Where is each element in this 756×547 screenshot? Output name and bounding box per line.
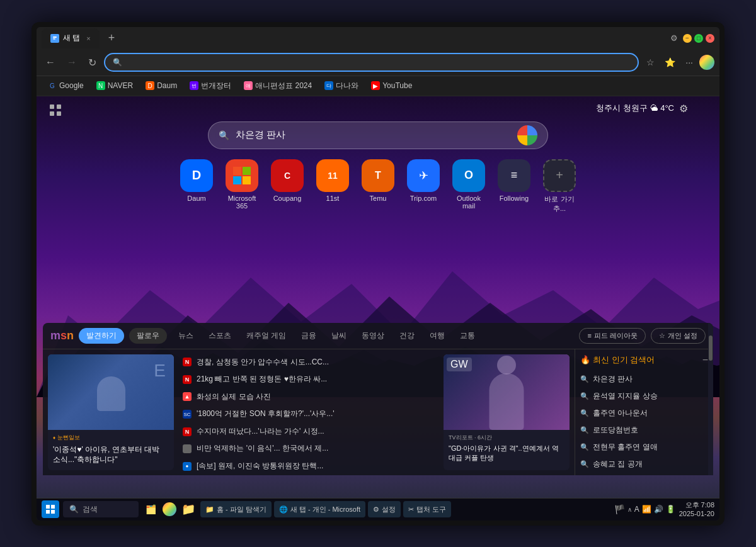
- msn-tab-discover[interactable]: 발견하기: [79, 328, 124, 344]
- msn-nav-weather[interactable]: 날씨: [325, 328, 353, 344]
- trending-item-5[interactable]: 🔍 전현무 홀주연 열애: [580, 439, 708, 456]
- bookmark-youtube[interactable]: ▶ YouTube: [366, 79, 417, 92]
- taskbar-icon-2[interactable]: [161, 501, 178, 517]
- news-item-2[interactable]: N 21kg 빼고 반쪽 된 정형돈 ♥한유라 싸...: [179, 371, 438, 388]
- right-article-image: GW: [444, 354, 570, 430]
- quicklink-add[interactable]: + 바로 가기 추...: [543, 159, 576, 213]
- msn-nav-finance[interactable]: 금융: [295, 328, 323, 344]
- bookmark-daum[interactable]: D Daum: [140, 79, 182, 92]
- google-logo[interactable]: [517, 125, 537, 145]
- reload-button[interactable]: ↻: [84, 54, 100, 71]
- trending-search-icon-1: 🔍: [580, 375, 589, 383]
- settings-icon: ⚙: [373, 505, 379, 514]
- bookmark-danawa[interactable]: 다 다나와: [319, 79, 364, 93]
- taskbar-chevron-icon[interactable]: ∧: [627, 506, 632, 513]
- favorites-button[interactable]: ☆: [643, 55, 658, 70]
- quicklink-daum[interactable]: D Daum: [180, 159, 213, 213]
- new-tab-button[interactable]: +: [103, 29, 120, 47]
- personal-settings-button[interactable]: ☆ 개인 설정: [651, 328, 706, 344]
- minimize-button[interactable]: −: [683, 34, 692, 43]
- quicklink-coupang-icon: C: [271, 159, 304, 192]
- news-item-7[interactable]: ● [속보] 원제, 이진숙 방통위원장 탄핵...: [179, 458, 438, 475]
- volume-icon[interactable]: 🔊: [654, 505, 663, 514]
- bookmark-anime[interactable]: 애 애니편성표 2024: [239, 79, 317, 93]
- quicklink-outlook[interactable]: O Outlook mail: [452, 159, 485, 213]
- taskbar-app-settings[interactable]: ⚙ 설정: [368, 501, 401, 517]
- explorer-icon: 📁: [205, 505, 214, 514]
- trending-item-6[interactable]: 🔍 송혜교 집 공개: [580, 456, 708, 473]
- trending-item-3[interactable]: 🔍 홀주연 아나운서: [580, 405, 708, 422]
- msn-tab-follow[interactable]: 팔로우: [129, 328, 167, 344]
- news-item-1[interactable]: N 경찰, 삼청동 안가 압수수색 시도...CC...: [179, 354, 438, 371]
- news-item-5[interactable]: N 수지마저 떠났다...'나라는 가수' 시정...: [179, 424, 438, 440]
- trending-title: 🔥 최신 인기 검색어: [580, 354, 655, 366]
- quicklink-tripcom[interactable]: ✈ Trip.com: [407, 159, 440, 213]
- bookmark-naver[interactable]: N NAVER: [91, 79, 138, 92]
- tab-close-button[interactable]: ×: [86, 35, 90, 42]
- close-button[interactable]: ×: [706, 34, 714, 43]
- quicklink-coupang-label: Coupang: [273, 195, 302, 202]
- msn-nav-news[interactable]: 뉴스: [172, 328, 200, 344]
- news-item-6[interactable]: 비만 억제하는 '이 음식'... 한국에서 제...: [179, 441, 438, 457]
- trending-more-button[interactable]: −: [702, 354, 708, 366]
- taskbar-app-edge[interactable]: 🌐 새 탭 - 개인 - Microsoft: [274, 501, 365, 517]
- taskbar-system-icons: 🏴 ∧ A 📶 🔊 🔋: [614, 504, 675, 514]
- msn-nav-sports[interactable]: 스포츠: [202, 328, 238, 344]
- new-tab-page: 청주시 청원구 🌥 4°C ⚙ 🔍 차은경 판사 D Daum: [37, 96, 719, 498]
- left-article[interactable]: E ♦ 눈뻔일보 '이종석♥' 아이유, 연초부터 대박 소식: [48, 354, 174, 470]
- forward-button[interactable]: →: [63, 54, 81, 70]
- quicklink-11st[interactable]: 11 11st: [316, 159, 349, 213]
- news-item-4[interactable]: SC '1800억 거절한 SON 후회할까?'...'사우...': [179, 406, 438, 422]
- news-item-3[interactable]: ▲ 화성의 실제 모습 사진: [179, 389, 438, 405]
- search-box[interactable]: 🔍 차은경 판사: [208, 121, 548, 149]
- start-button[interactable]: [42, 500, 59, 518]
- trending-item-1[interactable]: 🔍 차은경 판사: [580, 371, 708, 388]
- taskbar-lang-icon[interactable]: A: [634, 505, 639, 514]
- more-button[interactable]: ···: [682, 55, 697, 70]
- quicklink-coupang[interactable]: C Coupang: [271, 159, 304, 213]
- source-icon-7: ●: [183, 462, 192, 471]
- msn-nav-travel[interactable]: 여행: [423, 328, 451, 344]
- taskbar-icon-1[interactable]: 🗂️: [142, 501, 159, 517]
- taskbar-icon-3[interactable]: 📁: [180, 501, 197, 517]
- profile-icon[interactable]: [699, 55, 714, 70]
- collections-button[interactable]: ⭐: [661, 55, 679, 70]
- bookmark-naver-label: NAVER: [108, 81, 133, 90]
- taskbar-search-box[interactable]: 🔍 검색: [63, 501, 139, 517]
- msn-nav-traffic[interactable]: 교통: [454, 328, 481, 344]
- quicklink-tripcom-label: Trip.com: [410, 195, 437, 202]
- bookmark-fashion[interactable]: 번 번개장터: [185, 79, 236, 93]
- svg-rect-16: [51, 505, 55, 509]
- msn-nav-video[interactable]: 동영상: [355, 328, 391, 344]
- feed-layout-button[interactable]: ≡ 피드 레이아웃: [579, 328, 645, 344]
- taskbar-app-snipping[interactable]: ✂ 탭처 도구: [403, 501, 451, 517]
- middle-news-list: N 경찰, 삼청동 안가 압수수색 시도...CC... N 21kg 빼고 반…: [179, 354, 438, 470]
- page-settings-button[interactable]: ⚙: [679, 103, 688, 115]
- danawa-icon: 다: [324, 81, 333, 90]
- settings-button[interactable]: ⚙: [668, 31, 680, 45]
- msn-nav-health[interactable]: 건강: [393, 328, 421, 344]
- trending-item-2[interactable]: 🔍 윤석열 지지율 상승: [580, 388, 708, 405]
- apps-grid-button[interactable]: [49, 104, 62, 120]
- taskbar-app-explorer[interactable]: 📁 홈 - 파일 탐색기: [200, 501, 272, 517]
- quicklink-ms365[interactable]: Microsoft 365: [226, 159, 258, 213]
- trending-item-text-3: 홀주연 아나운서: [593, 408, 648, 419]
- address-search-icon: 🔍: [113, 58, 122, 67]
- scrollbar-thumb[interactable]: [709, 336, 713, 361]
- right-article[interactable]: GW TV리포트 · 6시간 "GD·아이유가 사귄 격"..연예계서 역대급 …: [444, 354, 570, 470]
- back-button[interactable]: ←: [42, 54, 59, 70]
- svg-rect-13: [233, 176, 241, 184]
- taskbar-icons: 🗂️ 📁: [142, 501, 197, 517]
- msn-nav-games[interactable]: 캐주얼 게임: [240, 328, 292, 344]
- quicklink-temu[interactable]: T Temu: [362, 159, 394, 213]
- bookmark-google[interactable]: G Google: [43, 79, 89, 92]
- address-bar[interactable]: 🔍: [104, 53, 639, 72]
- scrollbar[interactable]: [708, 323, 713, 475]
- google-icon: G: [48, 81, 57, 90]
- active-tab[interactable]: 새 탭 ×: [42, 28, 100, 48]
- quicklink-following[interactable]: ≡ Following: [498, 159, 530, 213]
- search-box-input[interactable]: 차은경 판사: [236, 129, 511, 141]
- left-article-source: ♦ 눈뻔일보: [53, 434, 169, 442]
- maximize-button[interactable]: □: [694, 34, 703, 43]
- trending-item-4[interactable]: 🔍 로또당첨번호: [580, 422, 708, 439]
